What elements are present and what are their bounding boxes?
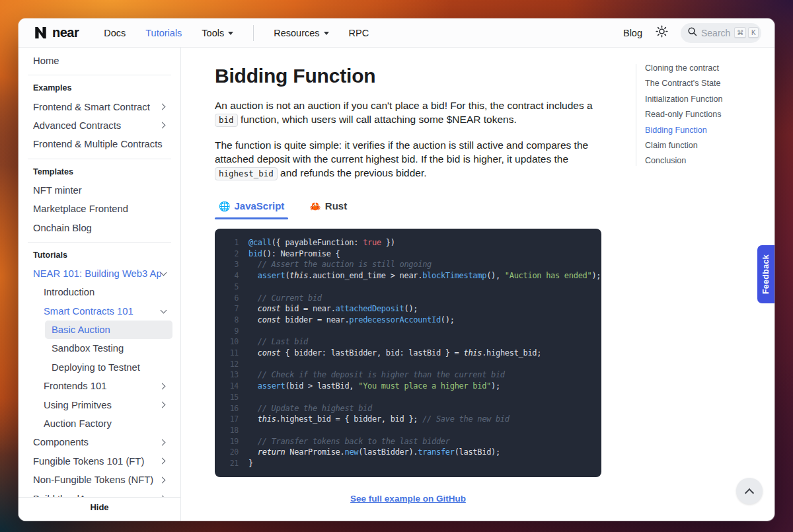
- code-text: [248, 282, 253, 293]
- sidebar-item-label: Introduction: [44, 287, 166, 297]
- sidebar-item-frontends-101[interactable]: Frontends 101: [37, 377, 172, 395]
- code-line: 1@call({ payableFunction: true }): [224, 237, 596, 248]
- code-line: 7 const bid = near.attachedDeposit();: [224, 303, 596, 315]
- sidebar-item-label: Advanced Contracts: [33, 120, 160, 131]
- sidebar-item-label: Marketplace Frontend: [33, 204, 166, 214]
- shortcut-key-k: K: [748, 27, 759, 38]
- sidebar-item-near-101-building-web3-apps[interactable]: NEAR 101: Building Web3 Apps: [26, 264, 172, 283]
- toc-item-initialization-function[interactable]: Initialization Function: [645, 95, 759, 104]
- sidebar-item-label: Auction Factory: [44, 418, 166, 429]
- code-line: 16 // Update the highest bid: [224, 403, 596, 414]
- toc-list-item: Conclusion: [645, 157, 759, 165]
- sidebar-item-nft-minter[interactable]: NFT minter: [26, 181, 172, 200]
- sidebar-item-smart-contracts-101[interactable]: Smart Contracts 101: [37, 302, 172, 321]
- line-number: 4: [224, 270, 239, 282]
- search-input[interactable]: Search ⌘K: [681, 23, 761, 43]
- tab-label: Rust: [325, 200, 347, 211]
- inline-code: highest_bid: [215, 167, 278, 180]
- scroll-to-top-button[interactable]: [736, 478, 763, 504]
- code-text: @call({ payableFunction: true }): [248, 237, 395, 248]
- code-line: 6 // Current bid: [224, 293, 596, 304]
- line-number: 2: [224, 248, 239, 260]
- sidebar-item-components[interactable]: Components: [26, 433, 172, 451]
- theme-toggle-button[interactable]: [653, 24, 670, 42]
- toc-item-claim-function[interactable]: Claim function: [645, 141, 759, 150]
- toc-list-item: The Contract's State: [645, 79, 759, 88]
- toc-list-item: Initialization Function: [645, 95, 759, 104]
- feedback-button[interactable]: Feedback: [757, 245, 774, 303]
- sidebar-hide-button[interactable]: Hide: [19, 497, 180, 521]
- code-line: 13 // Check if the deposit is higher tha…: [224, 369, 596, 381]
- chevron-right-icon: [159, 383, 166, 389]
- code-line: 19 // Transfer tokens back to the last b…: [224, 436, 596, 447]
- sidebar-item-marketplace-frontend[interactable]: Marketplace Frontend: [26, 200, 172, 218]
- code-text: // Last bid: [248, 336, 308, 348]
- chevron-right-icon: [159, 104, 166, 110]
- sidebar-item-sandbox-testing[interactable]: Sandbox Testing: [45, 339, 172, 358]
- sidebar-item-auction-factory[interactable]: Auction Factory: [37, 414, 172, 433]
- code-text: [248, 392, 253, 403]
- sidebar-item-frontend-smart-contract[interactable]: Frontend & Smart Contract: [26, 97, 172, 116]
- code-text: [248, 425, 253, 436]
- shortcut-key-: ⌘: [734, 27, 746, 38]
- tab-javascript[interactable]: 🌐JavaScript: [215, 198, 288, 219]
- code-text: // Check if the deposit is higher than t…: [248, 369, 505, 381]
- sidebar-list: HomeExamplesFrontend & Smart ContractAdv…: [19, 48, 180, 497]
- sidebar-section-header-templates: Templates: [26, 164, 172, 180]
- toc-item-the-contract-s-state[interactable]: The Contract's State: [645, 79, 759, 88]
- code-text: assert(bid > lastBid, "You must place a …: [248, 381, 500, 392]
- nav-link-resources[interactable]: Resources: [274, 28, 328, 38]
- tab-label: JavaScript: [234, 200, 284, 211]
- sidebar-item-build-the-dapp[interactable]: Build the dApp: [26, 489, 172, 497]
- left-sidebar: HomeExamplesFrontend & Smart ContractAdv…: [19, 48, 181, 521]
- line-number: 9: [224, 326, 239, 337]
- chevron-right-icon: [159, 476, 166, 483]
- code-block: 1@call({ payableFunction: true })2bid():…: [215, 229, 601, 477]
- chevron-down-icon: [228, 32, 233, 35]
- code-line: 14 assert(bid > lastBid, "You must place…: [224, 381, 596, 392]
- sidebar-item-advanced-contracts[interactable]: Advanced Contracts: [26, 116, 172, 135]
- chevron-down-icon: [161, 307, 167, 313]
- search-icon: [687, 26, 697, 39]
- sidebar-item-introduction[interactable]: Introduction: [37, 283, 172, 301]
- sidebar-item-deploying-to-testnet[interactable]: Deploying to Testnet: [45, 358, 172, 377]
- sidebar-item-basic-auction[interactable]: Basic Auction: [45, 321, 172, 339]
- code-line: 8 const bidder = near.predecessorAccount…: [224, 315, 596, 326]
- code-line: 9: [224, 326, 596, 337]
- sidebar-item-label: NFT minter: [33, 185, 166, 196]
- nav-link-tools[interactable]: Tools: [202, 28, 233, 38]
- toc-item-cloning-the-contract[interactable]: Cloning the contract: [645, 64, 759, 73]
- paragraph: An auction is not an auction if you can'…: [215, 98, 601, 127]
- toc-item-bidding-function[interactable]: Bidding Function: [645, 126, 759, 135]
- tab-rust[interactable]: 🦀Rust: [305, 198, 351, 219]
- chevron-down-icon: [324, 32, 329, 35]
- sidebar-item-non-fungible-tokens-nft[interactable]: Non-Fungible Tokens (NFT): [26, 471, 172, 489]
- code-text: // Assert the auction is still ongoing: [248, 259, 432, 270]
- sidebar-item-fungible-tokens-101-ft[interactable]: Fungible Tokens 101 (FT): [26, 452, 172, 471]
- code-text: [248, 359, 253, 370]
- near-logo[interactable]: near: [33, 25, 79, 40]
- code-text: [248, 326, 253, 337]
- sidebar-item-label: Components: [33, 437, 160, 447]
- toc-list-item: Read-only Functions: [645, 110, 759, 119]
- code-text: this.highest_bid = { bidder, bid }; // S…: [248, 414, 510, 425]
- nav-link-tutorials[interactable]: Tutorials: [145, 28, 182, 38]
- nav-link-blog[interactable]: Blog: [623, 28, 642, 38]
- toc-item-read-only-functions[interactable]: Read-only Functions: [645, 110, 759, 119]
- line-number: 21: [224, 458, 239, 469]
- code-text: const bid = near.attachedDeposit();: [248, 303, 418, 315]
- navbar-divider: [253, 25, 254, 41]
- sidebar-item-frontend-multiple-contracts[interactable]: Frontend & Multiple Contracts: [26, 135, 172, 153]
- nav-link-docs[interactable]: Docs: [104, 28, 126, 38]
- search-shortcut-keys: ⌘K: [734, 27, 759, 38]
- github-example-link[interactable]: See full example on GitHub: [350, 494, 466, 504]
- nav-link-rpc[interactable]: RPC: [349, 28, 369, 38]
- sidebar-item-using-primitves[interactable]: Using Primitves: [37, 395, 172, 414]
- code-text: bid(): NearPromise {: [248, 248, 340, 260]
- sidebar-item-label: Frontend & Smart Contract: [33, 102, 160, 112]
- toc-item-conclusion[interactable]: Conclusion: [645, 157, 759, 165]
- sidebar-item-home[interactable]: Home: [26, 52, 172, 70]
- sidebar-item-label: Onchain Blog: [33, 223, 166, 233]
- sidebar-item-label: Frontend & Multiple Contracts: [33, 139, 166, 149]
- sidebar-item-onchain-blog[interactable]: Onchain Blog: [26, 218, 172, 237]
